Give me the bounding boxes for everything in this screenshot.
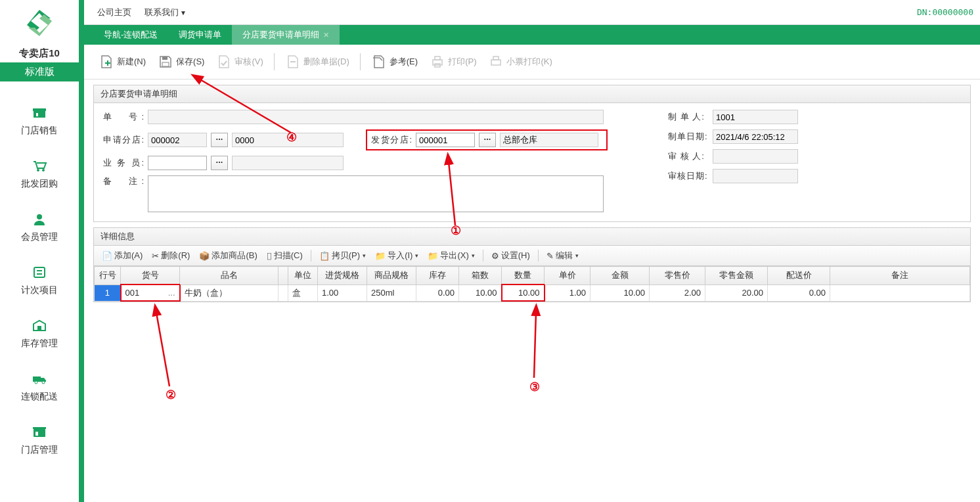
delete-button[interactable]: 删除单据(D)	[280, 51, 355, 72]
separator	[274, 53, 275, 70]
print-button[interactable]: 打印(P)	[424, 51, 481, 72]
label-make-date: 制单日期:	[668, 131, 709, 143]
sidebar-item-chain-delivery[interactable]: 连锁配送	[0, 364, 79, 417]
col-qty[interactable]: 数量	[502, 267, 545, 285]
detail-copy-button[interactable]: 📋拷贝(P)▾	[317, 248, 368, 263]
input-maker	[713, 110, 798, 124]
svg-point-11	[35, 381, 37, 384]
label-apply-store: 申请分店:	[103, 134, 144, 146]
detail-add-goods-button[interactable]: 📦添加商品(B)	[196, 248, 259, 263]
svg-point-5	[37, 214, 42, 219]
col-price[interactable]: 单价	[545, 267, 590, 285]
chevron-down-icon: ▾	[472, 252, 475, 259]
receipt-print-icon	[488, 54, 504, 70]
svg-rect-16	[162, 57, 167, 60]
separator	[483, 250, 483, 262]
input-salesman-name[interactable]	[232, 156, 344, 170]
sidebar-item-inventory[interactable]: 库存管理	[0, 311, 79, 364]
detail-toolbar: 📄添加(A) ✂删除(R) 📦添加商品(B) ⌷扫描(C) 📋拷贝(P)▾ 📁导…	[94, 246, 970, 266]
menu-company-home[interactable]: 公司主页	[91, 4, 138, 21]
cell-name[interactable]: 牛奶（盒）	[180, 285, 278, 301]
sidebar-item-wholesale[interactable]: 批发团购	[0, 151, 79, 204]
print-icon	[430, 54, 445, 70]
receipt-print-button[interactable]: 小票打印(K)	[483, 51, 557, 72]
detail-scan-button[interactable]: ⌷扫描(C)	[264, 248, 305, 263]
member-icon	[32, 212, 47, 225]
separator	[360, 53, 361, 70]
col-dist-price[interactable]: 配送价	[768, 267, 830, 285]
col-retail-amt[interactable]: 零售金额	[705, 267, 768, 285]
tab-nav-chain[interactable]: 导航-连锁配送	[93, 25, 168, 45]
col-name[interactable]: 品名	[180, 267, 278, 285]
col-box[interactable]: 箱数	[459, 267, 502, 285]
cell-inspec[interactable]: 1.00	[318, 285, 367, 301]
tab-request-detail[interactable]: 分店要货申请单明细✕	[232, 25, 340, 45]
cell-remark[interactable]	[830, 285, 970, 301]
cell-retail-amt[interactable]: 20.00	[705, 285, 768, 301]
delivery-icon	[32, 372, 47, 385]
close-icon[interactable]: ✕	[323, 31, 329, 39]
menu-contact-us[interactable]: 联系我们▼	[138, 4, 193, 21]
chevron-down-icon: ▾	[415, 252, 418, 259]
input-ship-name[interactable]	[500, 133, 598, 147]
sidebar-item-store-manage[interactable]: 门店管理	[0, 417, 79, 470]
lookup-ship-button[interactable]: ···	[479, 133, 496, 147]
cell-dist-price[interactable]: 0.00	[768, 285, 830, 301]
input-remark[interactable]	[148, 175, 604, 212]
col-stock[interactable]: 库存	[416, 267, 459, 285]
detail-add-button[interactable]: 📄添加(A)	[99, 248, 145, 263]
cell-amount[interactable]: 10.00	[590, 285, 650, 301]
main: 公司主页 联系我们▼ DN:00000000 导航-连锁配送 调货申请单 分店要…	[84, 0, 980, 502]
table-header-row: 行号 货号 品名 单位 进货规格 商品规格 库存 箱数 数量 单价 金额 零售价…	[95, 267, 970, 285]
svg-line-25	[449, 162, 455, 225]
label-ship-store: 发货分店:	[371, 134, 412, 146]
detail-import-button[interactable]: 📁导入(I)▾	[372, 248, 421, 263]
col-remark[interactable]: 备注	[830, 267, 970, 285]
delete-icon	[285, 54, 301, 70]
col-blank[interactable]	[278, 267, 288, 285]
annotation-arrow-4	[192, 72, 304, 138]
cell-code[interactable]: 001...	[121, 285, 180, 301]
store-icon	[32, 106, 47, 119]
col-code[interactable]: 货号	[121, 267, 180, 285]
cell-price[interactable]: 1.00	[545, 285, 590, 301]
col-rownum[interactable]: 行号	[95, 267, 121, 285]
col-unit[interactable]: 单位	[288, 267, 318, 285]
svg-rect-6	[34, 267, 45, 277]
cell-stock[interactable]: 0.00	[416, 285, 459, 301]
table-row[interactable]: 1 001... 牛奶（盒） 盒 1.00 250ml 0.00 10.00 1…	[95, 285, 970, 301]
cell-blank	[278, 285, 288, 301]
logo	[0, 0, 79, 45]
cart-icon	[32, 159, 47, 172]
col-retail[interactable]: 零售价	[650, 267, 705, 285]
detail-title: 详细信息	[94, 228, 970, 246]
col-amount[interactable]: 金额	[590, 267, 650, 285]
detail-delete-button[interactable]: ✂删除(R)	[149, 248, 192, 263]
save-button[interactable]: 保存(S)	[152, 51, 210, 72]
lookup-salesman-button[interactable]: ···	[211, 156, 228, 170]
col-inspec[interactable]: 进货规格	[318, 267, 367, 285]
detail-export-button[interactable]: 📁导出(X)▾	[425, 248, 477, 263]
new-button[interactable]: 新建(N)	[93, 51, 151, 72]
input-ship-code[interactable]	[416, 133, 475, 147]
sidebar: 专卖店10 标准版 门店销售 批发团购 会员管理 计次项目 库存管理	[0, 0, 79, 502]
ref-icon	[371, 54, 387, 70]
ref-button[interactable]: 参考(E)	[366, 51, 423, 72]
sidebar-item-member[interactable]: 会员管理	[0, 204, 79, 258]
cell-unit[interactable]: 盒	[288, 285, 318, 301]
chevron-down-icon: ▾	[575, 252, 579, 259]
cell-qty[interactable]: 10.00	[502, 285, 545, 301]
audit-button[interactable]: 审核(V)	[211, 51, 268, 72]
cell-spec[interactable]: 250ml	[367, 285, 416, 301]
detail-setting-button[interactable]: ⚙设置(H)	[489, 248, 533, 263]
cell-box[interactable]: 10.00	[459, 285, 502, 301]
col-spec[interactable]: 商品规格	[367, 267, 416, 285]
tab-transfer-request[interactable]: 调货申请单	[168, 25, 232, 45]
annotation-2: ②	[166, 388, 176, 402]
sidebar-item-store-sales[interactable]: 门店销售	[0, 98, 79, 151]
input-salesman[interactable]	[148, 156, 207, 170]
detail-edit-button[interactable]: ✎编辑▾	[544, 248, 581, 263]
count-icon	[32, 265, 47, 279]
sidebar-item-count[interactable]: 计次项目	[0, 258, 79, 311]
cell-retail[interactable]: 2.00	[650, 285, 705, 301]
